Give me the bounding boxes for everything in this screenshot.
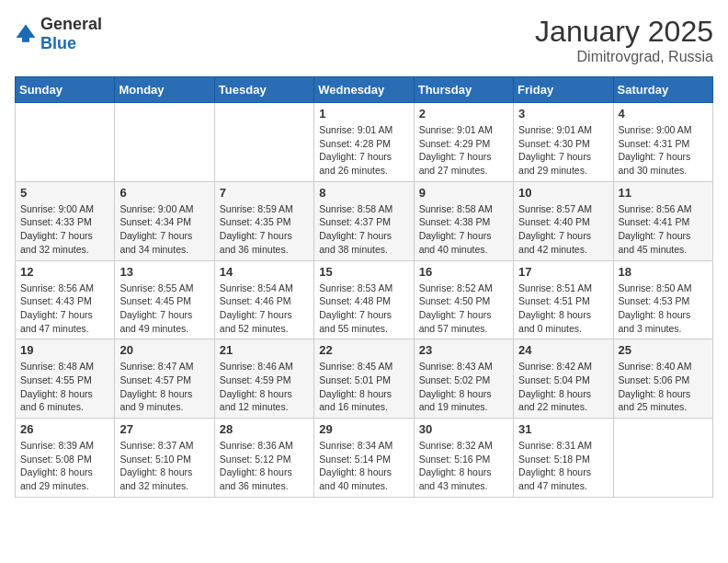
calendar-day-cell: 29Sunrise: 8:34 AM Sunset: 5:14 PM Dayli… — [314, 419, 414, 498]
day-info: Sunrise: 8:47 AM Sunset: 4:57 PM Dayligh… — [119, 360, 209, 414]
calendar-day-cell: 28Sunrise: 8:36 AM Sunset: 5:12 PM Dayli… — [214, 419, 313, 498]
calendar-empty-cell — [214, 103, 313, 182]
day-number: 27 — [119, 422, 209, 436]
day-number: 22 — [319, 343, 408, 357]
weekday-header: Wednesday — [314, 77, 414, 103]
day-info: Sunrise: 8:54 AM Sunset: 4:46 PM Dayligh… — [220, 282, 309, 336]
calendar-day-cell: 13Sunrise: 8:55 AM Sunset: 4:45 PM Dayli… — [115, 260, 214, 339]
day-number: 29 — [319, 422, 408, 436]
calendar-day-cell: 18Sunrise: 8:50 AM Sunset: 4:53 PM Dayli… — [613, 260, 712, 339]
calendar-day-cell: 20Sunrise: 8:47 AM Sunset: 4:57 PM Dayli… — [115, 339, 214, 419]
day-number: 12 — [20, 265, 109, 279]
day-number: 15 — [319, 265, 408, 279]
calendar-day-cell: 7Sunrise: 8:59 AM Sunset: 4:35 PM Daylig… — [214, 181, 313, 260]
day-info: Sunrise: 8:56 AM Sunset: 4:43 PM Dayligh… — [20, 282, 109, 336]
calendar-day-cell: 17Sunrise: 8:51 AM Sunset: 4:51 PM Dayli… — [514, 260, 613, 339]
month-title: January 2025 — [535, 15, 713, 49]
calendar-day-cell: 15Sunrise: 8:53 AM Sunset: 4:48 PM Dayli… — [314, 260, 414, 339]
calendar-day-cell: 9Sunrise: 8:58 AM Sunset: 4:38 PM Daylig… — [414, 181, 513, 260]
day-info: Sunrise: 8:50 AM Sunset: 4:53 PM Dayligh… — [619, 282, 708, 336]
weekday-header: Thursday — [414, 77, 513, 103]
calendar-day-cell: 1Sunrise: 9:01 AM Sunset: 4:28 PM Daylig… — [314, 103, 414, 182]
calendar-week-row: 12Sunrise: 8:56 AM Sunset: 4:43 PM Dayli… — [16, 260, 713, 339]
day-info: Sunrise: 8:52 AM Sunset: 4:50 PM Dayligh… — [419, 282, 508, 336]
calendar-week-row: 19Sunrise: 8:48 AM Sunset: 4:55 PM Dayli… — [16, 339, 713, 419]
day-number: 30 — [419, 422, 508, 436]
svg-rect-1 — [22, 38, 29, 42]
calendar-day-cell: 21Sunrise: 8:46 AM Sunset: 4:59 PM Dayli… — [214, 339, 313, 419]
day-number: 25 — [619, 343, 708, 357]
calendar-day-cell: 31Sunrise: 8:31 AM Sunset: 5:18 PM Dayli… — [514, 419, 613, 498]
day-info: Sunrise: 8:53 AM Sunset: 4:48 PM Dayligh… — [319, 282, 408, 336]
day-info: Sunrise: 8:32 AM Sunset: 5:16 PM Dayligh… — [419, 439, 508, 493]
calendar-day-cell: 10Sunrise: 8:57 AM Sunset: 4:40 PM Dayli… — [514, 181, 613, 260]
day-info: Sunrise: 8:59 AM Sunset: 4:35 PM Dayligh… — [220, 202, 309, 257]
day-number: 26 — [20, 422, 109, 436]
svg-marker-0 — [17, 25, 36, 38]
day-info: Sunrise: 8:37 AM Sunset: 5:10 PM Dayligh… — [119, 439, 209, 493]
calendar-day-cell: 8Sunrise: 8:58 AM Sunset: 4:37 PM Daylig… — [314, 181, 414, 260]
day-number: 4 — [619, 107, 708, 121]
weekday-header: Monday — [115, 77, 214, 103]
calendar-header-row: SundayMondayTuesdayWednesdayThursdayFrid… — [16, 77, 713, 103]
page-header: General Blue January 2025 Dimitrovgrad, … — [15, 15, 713, 65]
day-info: Sunrise: 8:58 AM Sunset: 4:37 PM Dayligh… — [319, 202, 408, 257]
day-info: Sunrise: 9:01 AM Sunset: 4:30 PM Dayligh… — [518, 123, 608, 178]
calendar-day-cell: 19Sunrise: 8:48 AM Sunset: 4:55 PM Dayli… — [16, 339, 115, 419]
calendar-day-cell: 30Sunrise: 8:32 AM Sunset: 5:16 PM Dayli… — [414, 419, 513, 498]
calendar-day-cell: 16Sunrise: 8:52 AM Sunset: 4:50 PM Dayli… — [414, 260, 513, 339]
weekday-header: Sunday — [16, 77, 115, 103]
day-info: Sunrise: 9:00 AM Sunset: 4:34 PM Dayligh… — [119, 202, 209, 257]
day-number: 18 — [619, 265, 708, 279]
day-info: Sunrise: 8:39 AM Sunset: 5:08 PM Dayligh… — [20, 439, 109, 493]
calendar-day-cell: 2Sunrise: 9:01 AM Sunset: 4:29 PM Daylig… — [414, 103, 513, 182]
calendar-table: SundayMondayTuesdayWednesdayThursdayFrid… — [15, 76, 713, 498]
location-title: Dimitrovgrad, Russia — [535, 49, 713, 65]
day-info: Sunrise: 9:01 AM Sunset: 4:28 PM Dayligh… — [319, 123, 408, 178]
day-info: Sunrise: 8:45 AM Sunset: 5:01 PM Dayligh… — [319, 360, 408, 414]
day-number: 6 — [119, 186, 209, 200]
day-info: Sunrise: 8:48 AM Sunset: 4:55 PM Dayligh… — [20, 360, 109, 414]
calendar-day-cell: 3Sunrise: 9:01 AM Sunset: 4:30 PM Daylig… — [514, 103, 613, 182]
day-number: 8 — [319, 186, 408, 200]
weekday-header: Friday — [514, 77, 613, 103]
day-number: 14 — [220, 265, 309, 279]
logo-blue: Blue — [40, 34, 76, 52]
calendar-week-row: 5Sunrise: 9:00 AM Sunset: 4:33 PM Daylig… — [16, 181, 713, 260]
day-info: Sunrise: 8:36 AM Sunset: 5:12 PM Dayligh… — [220, 439, 309, 493]
logo: General Blue — [15, 15, 102, 53]
day-info: Sunrise: 8:51 AM Sunset: 4:51 PM Dayligh… — [518, 282, 608, 336]
day-info: Sunrise: 8:34 AM Sunset: 5:14 PM Dayligh… — [319, 439, 408, 493]
day-number: 13 — [119, 265, 209, 279]
day-info: Sunrise: 8:42 AM Sunset: 5:04 PM Dayligh… — [518, 360, 608, 414]
day-info: Sunrise: 8:43 AM Sunset: 5:02 PM Dayligh… — [419, 360, 508, 414]
title-block: January 2025 Dimitrovgrad, Russia — [535, 15, 713, 65]
day-info: Sunrise: 8:56 AM Sunset: 4:41 PM Dayligh… — [619, 202, 708, 257]
day-number: 23 — [419, 343, 508, 357]
calendar-day-cell: 24Sunrise: 8:42 AM Sunset: 5:04 PM Dayli… — [514, 339, 613, 419]
day-number: 5 — [20, 186, 109, 200]
day-number: 16 — [419, 265, 508, 279]
calendar-day-cell: 14Sunrise: 8:54 AM Sunset: 4:46 PM Dayli… — [214, 260, 313, 339]
day-number: 19 — [20, 343, 109, 357]
calendar-day-cell: 12Sunrise: 8:56 AM Sunset: 4:43 PM Dayli… — [16, 260, 115, 339]
day-number: 7 — [220, 186, 309, 200]
day-info: Sunrise: 8:58 AM Sunset: 4:38 PM Dayligh… — [419, 202, 508, 257]
day-number: 17 — [518, 265, 608, 279]
day-info: Sunrise: 9:01 AM Sunset: 4:29 PM Dayligh… — [419, 123, 508, 178]
calendar-day-cell: 26Sunrise: 8:39 AM Sunset: 5:08 PM Dayli… — [16, 419, 115, 498]
day-number: 24 — [518, 343, 608, 357]
day-info: Sunrise: 8:46 AM Sunset: 4:59 PM Dayligh… — [220, 360, 309, 414]
day-info: Sunrise: 9:00 AM Sunset: 4:33 PM Dayligh… — [20, 202, 109, 257]
day-info: Sunrise: 8:31 AM Sunset: 5:18 PM Dayligh… — [518, 439, 608, 493]
day-number: 2 — [419, 107, 508, 121]
calendar-day-cell: 4Sunrise: 9:00 AM Sunset: 4:31 PM Daylig… — [613, 103, 712, 182]
day-number: 3 — [518, 107, 608, 121]
day-number: 28 — [220, 422, 309, 436]
day-number: 1 — [319, 107, 408, 121]
calendar-empty-cell — [16, 103, 115, 182]
day-info: Sunrise: 8:55 AM Sunset: 4:45 PM Dayligh… — [119, 282, 209, 336]
weekday-header: Tuesday — [214, 77, 313, 103]
calendar-day-cell: 5Sunrise: 9:00 AM Sunset: 4:33 PM Daylig… — [16, 181, 115, 260]
calendar-empty-cell — [115, 103, 214, 182]
